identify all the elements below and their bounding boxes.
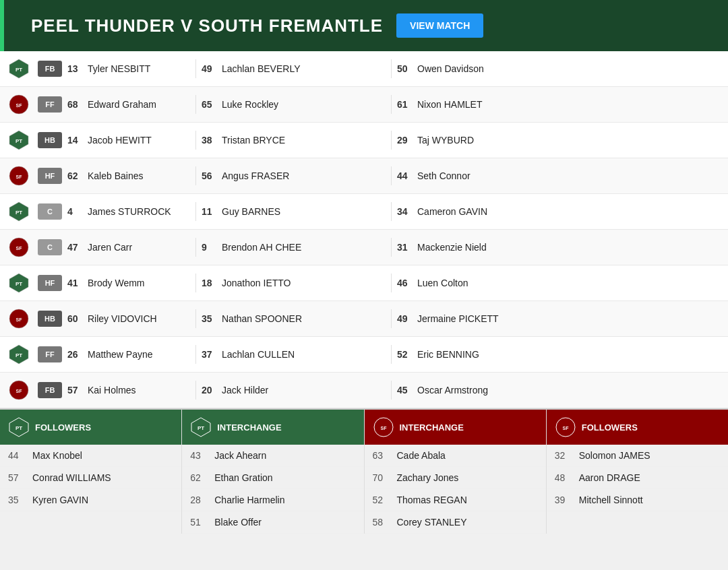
player-number: 45 <box>397 385 417 395</box>
view-match-button[interactable]: VIEW MATCH <box>396 13 483 38</box>
position-badge: C <box>38 203 62 220</box>
player-number: 52 <box>397 349 417 360</box>
player-table: PT FB 13 Tyler NESBITT 49 Lachlan BEVERL… <box>0 51 728 408</box>
svg-text:PT: PT <box>198 425 204 431</box>
player-name: Nixon HAMLET <box>417 99 482 110</box>
player-name: Kyren GAVIN <box>32 495 88 505</box>
bottom-player-row: 44 Max Knobel <box>0 445 181 467</box>
player-number: 65 <box>202 99 222 110</box>
south-interchange-header: SF INTERCHANGE <box>365 410 546 445</box>
player-name: Mitchell Sinnott <box>579 495 643 505</box>
player-row: PT HF 41 Brody Wemm 18 Jonathon IETTO 46… <box>0 265 728 301</box>
player-number: 28 <box>190 495 214 505</box>
player-col-left: SF HB 60 Riley VIDOVICH <box>0 301 195 336</box>
position-badge: FF <box>38 96 62 113</box>
team-logo: PT <box>5 198 32 225</box>
player-number: 49 <box>397 313 417 324</box>
player-col-mid: 38 Tristan BRYCE <box>195 131 391 150</box>
team-logo: PT <box>5 270 32 296</box>
player-row: SF HF 62 Kaleb Baines 56 Angus FRASER 44… <box>0 158 728 194</box>
player-name: Nathan SPOONER <box>222 313 302 324</box>
player-name: Luke Rockley <box>222 99 278 110</box>
bottom-player-row: 35 Kyren GAVIN <box>0 489 181 511</box>
player-name: Charlie Harmelin <box>214 495 284 505</box>
player-number: 51 <box>190 517 214 528</box>
svg-text:PT: PT <box>16 138 22 144</box>
peel-logo-icon: PT <box>8 416 30 438</box>
player-col-left: SF FF 68 Edward Graham <box>0 87 195 122</box>
peel-row-logo-icon: PT <box>8 344 30 365</box>
player-name: Mackenzie Nield <box>417 242 487 253</box>
player-name: Taj WYBURD <box>417 135 474 146</box>
player-number: 70 <box>373 472 397 483</box>
south-row-logo-icon: SF <box>8 236 30 258</box>
player-name: Zachary Jones <box>397 472 459 483</box>
position-badge: HF <box>38 168 62 184</box>
player-name: Jaren Carr <box>88 242 132 253</box>
player-name: Ethan Gration <box>214 472 272 483</box>
player-number: 32 <box>555 450 579 461</box>
player-row: SF FB 57 Kai Holmes 20 Jack Hilder 45 Os… <box>0 373 728 408</box>
player-name: Guy BARNES <box>222 206 280 217</box>
player-col-left: PT HF 41 Brody Wemm <box>0 265 195 300</box>
svg-text:SF: SF <box>562 426 569 431</box>
peel-interchange-col: PT INTERCHANGE 43 Jack Ahearn 62 Ethan G… <box>182 410 364 534</box>
player-name: Brendon AH CHEE <box>222 242 301 253</box>
player-number: 48 <box>555 472 579 483</box>
player-number: 35 <box>8 495 32 505</box>
player-name: Oscar Armstrong <box>417 385 488 395</box>
player-col-right: 46 Luen Colton <box>391 274 728 292</box>
bottom-player-row: 32 Solomon JAMES <box>547 445 728 467</box>
player-name: Matthew Payne <box>88 349 153 360</box>
player-col-mid: 20 Jack Hilder <box>195 381 391 400</box>
player-row: SF C 47 Jaren Carr 9 Brendon AH CHEE 31 … <box>0 230 728 265</box>
player-row: PT FF 26 Matthew Payne 37 Lachlan CULLEN… <box>0 337 728 373</box>
player-number: 13 <box>67 63 88 74</box>
player-name: Jack Ahearn <box>214 450 266 461</box>
match-title: PEEL THUNDER V SOUTH FREMANTLE <box>31 15 383 36</box>
player-col-right: 49 Jermaine PICKETT <box>391 309 728 328</box>
player-number: 41 <box>67 278 88 288</box>
south-row-logo-icon: SF <box>8 379 30 401</box>
south-followers-label: FOLLOWERS <box>582 422 638 433</box>
position-badge: HB <box>38 132 62 148</box>
player-name: Jack Hilder <box>222 385 268 395</box>
south-followers-list: 32 Solomon JAMES 48 Aaron DRAGE 39 Mitch… <box>547 445 728 511</box>
peel-interchange-header: PT INTERCHANGE <box>182 410 363 445</box>
player-row: PT HB 14 Jacob HEWITT 38 Tristan BRYCE 2… <box>0 123 728 158</box>
peel-row-logo-icon: PT <box>8 129 30 151</box>
player-number: 52 <box>373 495 397 505</box>
bottom-player-row: 62 Ethan Gration <box>182 467 363 489</box>
player-col-mid: 56 Angus FRASER <box>195 166 391 185</box>
team-logo: SF <box>5 91 32 118</box>
player-col-mid: 35 Nathan SPOONER <box>195 309 391 328</box>
player-col-mid: 49 Lachlan BEVERLY <box>195 59 391 78</box>
player-number: 50 <box>397 63 417 74</box>
player-col-left: PT HB 14 Jacob HEWITT <box>0 123 195 158</box>
bottom-player-row: 52 Thomas REGAN <box>365 489 546 511</box>
team-logo: SF <box>5 162 32 189</box>
south-logo-icon: SF <box>373 416 394 438</box>
position-badge: C <box>38 239 62 255</box>
svg-text:PT: PT <box>16 67 22 73</box>
south-interchange-label: INTERCHANGE <box>400 422 464 433</box>
player-number: 39 <box>555 495 579 505</box>
player-name: Max Knobel <box>32 450 82 461</box>
player-col-mid: 65 Luke Rockley <box>195 95 391 114</box>
player-row: PT C 4 James STURROCK 11 Guy BARNES 34 C… <box>0 194 728 230</box>
player-col-right: 61 Nixon HAMLET <box>391 95 728 114</box>
svg-text:SF: SF <box>380 426 387 431</box>
peel-logo2-icon: PT <box>190 416 212 438</box>
player-number: 58 <box>373 517 397 528</box>
player-number: 56 <box>202 170 222 181</box>
player-name: Thomas REGAN <box>397 495 467 505</box>
player-name: Edward Graham <box>88 99 156 110</box>
svg-text:SF: SF <box>16 246 23 251</box>
peel-interchange-list: 43 Jack Ahearn 62 Ethan Gration 28 Charl… <box>182 445 363 534</box>
bottom-player-row: 51 Blake Offer <box>182 511 363 534</box>
player-name: Solomon JAMES <box>579 450 650 461</box>
player-row: SF HB 60 Riley VIDOVICH 35 Nathan SPOONE… <box>0 301 728 337</box>
player-number: 29 <box>397 135 417 146</box>
player-name: Jacob HEWITT <box>88 135 152 146</box>
team-logo: PT <box>5 55 32 82</box>
